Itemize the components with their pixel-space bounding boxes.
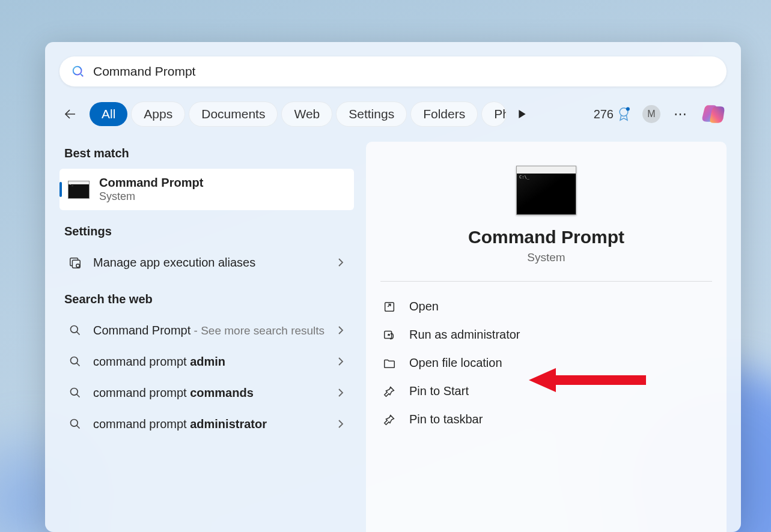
settings-item-label: Manage app execution aliases [93,256,336,270]
settings-heading: Settings [59,220,354,247]
svg-line-16 [77,426,80,429]
web-item-admin[interactable]: command prompt admin [59,346,354,377]
tab-web[interactable]: Web [281,101,332,127]
tab-photos[interactable]: Ph [481,101,507,127]
result-subtitle: System [99,190,346,203]
preview-panel: C:\_ Command Prompt System Open Run as a… [366,142,727,532]
web-item-administrator[interactable]: command prompt administrator [59,408,354,440]
tab-settings[interactable]: Settings [336,101,407,127]
pin-icon [383,413,396,426]
web-item-commands[interactable]: command prompt commands [59,377,354,408]
web-item-label: Command Prompt - See more search results [93,324,336,337]
tabs-scroll-right[interactable] [513,104,532,124]
tab-apps[interactable]: Apps [131,101,185,127]
back-button[interactable] [59,103,81,125]
action-pin-taskbar[interactable]: Pin to taskbar [380,405,712,434]
svg-line-12 [77,363,80,366]
admin-icon [383,328,396,342]
more-button[interactable]: ⋯ [672,106,688,122]
chevron-right-icon [336,258,346,267]
action-label: Open file location [409,356,502,370]
pin-icon [383,385,396,398]
svg-line-1 [81,74,84,77]
search-icon [68,354,82,369]
points-indicator[interactable]: 276 [594,107,630,121]
search-icon [68,417,82,431]
action-label: Open [409,300,439,313]
settings-item-aliases[interactable]: Manage app execution aliases [59,247,354,278]
action-pin-start[interactable]: Pin to Start [380,377,712,405]
search-window: All Apps Documents Web Settings Folders … [45,42,741,532]
tab-all[interactable]: All [90,102,127,126]
best-match-heading: Best match [59,142,354,169]
results-column: Best match Command Prompt System Setting… [59,142,354,532]
search-bar[interactable] [59,56,727,86]
open-icon [383,300,396,313]
points-value: 276 [594,107,614,121]
result-title: Command Prompt [99,176,346,190]
web-item-label: command prompt commands [93,386,336,400]
search-icon [68,323,82,337]
badge-icon [617,107,630,121]
svg-point-5 [626,107,630,110]
chevron-right-icon [336,388,346,397]
action-run-admin[interactable]: Run as administrator [380,321,712,349]
action-open[interactable]: Open [380,292,712,321]
best-match-result[interactable]: Command Prompt System [59,169,354,210]
web-item-label: command prompt administrator [93,417,336,431]
web-item-label: command prompt admin [93,355,336,369]
action-open-location[interactable]: Open file location [380,349,712,377]
app-settings-icon [68,255,82,270]
svg-point-13 [71,388,78,396]
play-icon [518,110,526,118]
avatar[interactable]: M [642,105,660,123]
svg-marker-3 [519,110,526,118]
svg-point-0 [73,67,82,75]
search-icon [68,385,82,400]
cmd-icon [68,181,90,199]
action-label: Run as administrator [409,328,520,342]
svg-point-9 [71,326,78,333]
web-heading: Search the web [59,288,354,315]
chevron-right-icon [336,357,346,366]
copilot-icon[interactable] [700,101,727,127]
preview-title: Command Prompt [380,227,712,247]
tab-documents[interactable]: Documents [189,101,278,127]
preview-subtitle: System [380,251,712,264]
svg-point-11 [71,357,78,364]
svg-point-15 [71,420,78,427]
svg-line-10 [77,332,80,335]
tabs-row: All Apps Documents Web Settings Folders … [59,101,727,127]
search-icon [72,65,85,78]
tab-folders[interactable]: Folders [410,101,478,127]
chevron-right-icon [336,419,346,429]
divider [380,281,712,282]
folder-icon [383,357,396,370]
web-item-see-more[interactable]: Command Prompt - See more search results [59,315,354,346]
chevron-right-icon [336,325,346,335]
svg-line-14 [77,394,80,397]
cmd-icon-large: C:\_ [516,166,576,215]
action-label: Pin to Start [409,384,469,398]
action-label: Pin to taskbar [409,413,483,426]
arrow-left-icon [63,107,78,121]
search-input[interactable] [93,64,715,79]
